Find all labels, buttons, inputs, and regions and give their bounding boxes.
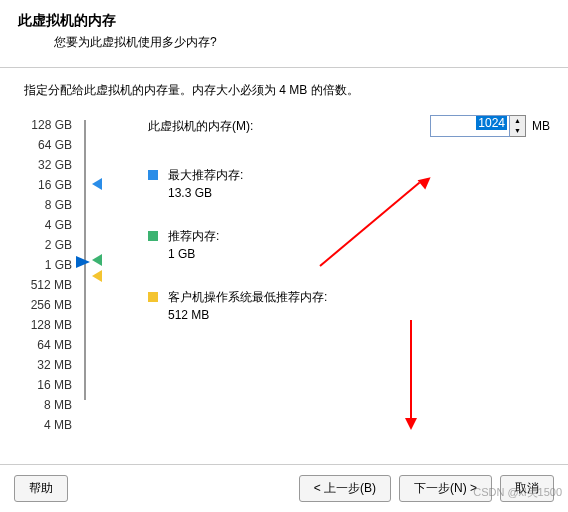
tick-label: 4 GB	[18, 215, 72, 235]
min-value: 512 MB	[168, 308, 327, 322]
tick-label: 16 MB	[18, 375, 72, 395]
max-value: 13.3 GB	[168, 186, 243, 200]
tick-label: 32 GB	[18, 155, 72, 175]
tick-label: 2 GB	[18, 235, 72, 255]
tick-label: 64 GB	[18, 135, 72, 155]
spinner-up-icon[interactable]: ▲	[510, 116, 525, 126]
min-marker-icon	[92, 270, 102, 282]
recommended-marker-icon	[92, 254, 102, 266]
min-legend-icon	[148, 292, 158, 302]
memory-input[interactable]: 1024	[430, 115, 510, 137]
tick-label: 8 GB	[18, 195, 72, 215]
tick-label: 128 GB	[18, 115, 72, 135]
memory-slider-track[interactable]	[78, 115, 118, 435]
description-text: 指定分配给此虚拟机的内存量。内存大小必须为 4 MB 的倍数。	[0, 68, 568, 107]
tick-label: 128 MB	[18, 315, 72, 335]
back-button[interactable]: < 上一步(B)	[299, 475, 391, 502]
memory-unit: MB	[532, 119, 550, 133]
recommended-label: 推荐内存:	[168, 228, 219, 245]
watermark-text: CSDN @xl美1500	[473, 485, 562, 500]
min-label: 客户机操作系统最低推荐内存:	[168, 289, 327, 306]
slider-handle[interactable]	[76, 256, 90, 268]
memory-spinner[interactable]: ▲ ▼	[510, 115, 526, 137]
recommended-value: 1 GB	[168, 247, 219, 261]
spinner-down-icon[interactable]: ▼	[510, 126, 525, 136]
tick-label: 8 MB	[18, 395, 72, 415]
tick-label: 64 MB	[18, 335, 72, 355]
page-subtitle: 您要为此虚拟机使用多少内存?	[54, 34, 550, 51]
page-title: 此虚拟机的内存	[18, 12, 550, 30]
tick-label: 16 GB	[18, 175, 72, 195]
recommended-legend-icon	[148, 231, 158, 241]
tick-label: 256 MB	[18, 295, 72, 315]
tick-label: 32 MB	[18, 355, 72, 375]
memory-scale-labels: 128 GB 64 GB 32 GB 16 GB 8 GB 4 GB 2 GB …	[18, 115, 78, 435]
max-marker-icon	[92, 178, 102, 190]
max-legend-icon	[148, 170, 158, 180]
tick-label: 1 GB	[18, 255, 72, 275]
help-button[interactable]: 帮助	[14, 475, 68, 502]
tick-label: 512 MB	[18, 275, 72, 295]
memory-label: 此虚拟机的内存(M):	[148, 118, 430, 135]
tick-label: 4 MB	[18, 415, 72, 435]
max-label: 最大推荐内存:	[168, 167, 243, 184]
